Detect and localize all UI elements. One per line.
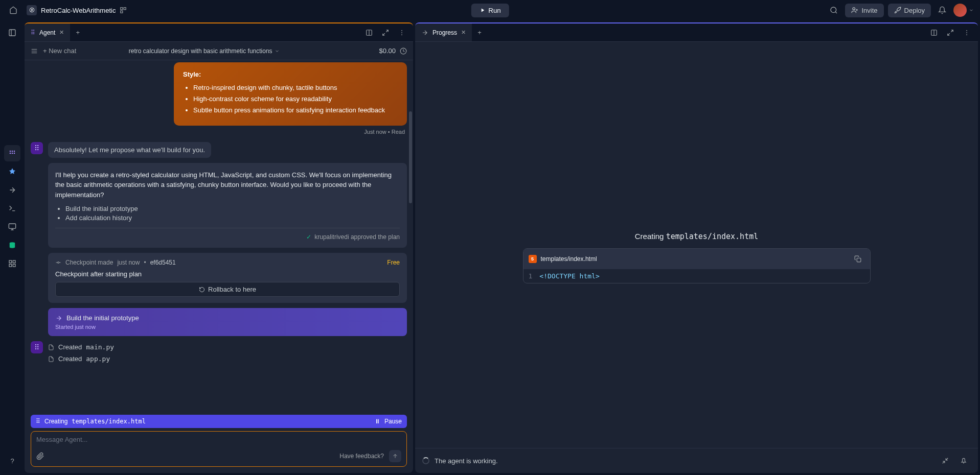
commit-icon — [55, 259, 61, 266]
user-message: Style: Retro-inspired design with chunky… — [174, 62, 407, 126]
agent-tab-icon: ⠿ — [31, 29, 35, 36]
sidebar-progress-icon[interactable] — [4, 182, 20, 198]
agent-avatar-icon: ⠿ — [31, 341, 43, 353]
task-sub-label: Started just now — [55, 324, 400, 330]
file-icon — [48, 356, 54, 362]
new-chat-button[interactable]: + New chat — [43, 47, 76, 55]
rollback-button[interactable]: Rollback to here — [55, 282, 400, 297]
play-icon — [479, 7, 485, 13]
svg-rect-1 — [124, 8, 126, 10]
message-input-area[interactable]: Message Agent... Have feedback? — [31, 431, 407, 467]
progress-footer: The agent is working. — [415, 448, 978, 473]
sidebar: ? — [0, 20, 25, 475]
chat-scroll[interactable]: Style: Retro-inspired design with chunky… — [25, 60, 413, 412]
bell-icon[interactable] — [935, 3, 949, 17]
split-icon[interactable] — [362, 26, 376, 40]
attach-icon[interactable] — [36, 452, 44, 460]
svg-point-34 — [966, 30, 967, 31]
send-button[interactable] — [389, 450, 401, 462]
agent-plan-card: I'll help you create a retro-styled calc… — [48, 163, 407, 248]
copy-icon[interactable] — [851, 252, 865, 266]
spinner-icon — [422, 457, 429, 464]
scrollbar-thumb[interactable] — [409, 111, 412, 203]
agent-avatar-icon: ⠿ — [31, 142, 43, 154]
svg-rect-2 — [121, 11, 123, 13]
tab-agent[interactable]: ⠿ Agent ✕ — [25, 23, 71, 41]
created-label: Created — [58, 355, 82, 363]
menu-icon[interactable] — [31, 48, 38, 55]
chevron-down-icon — [969, 8, 974, 13]
spinner-icon: ⠿ — [36, 418, 40, 425]
code-file-path: templates/index.html — [541, 255, 597, 263]
agent-intro: Absolutely! Let me propose what we'll bu… — [48, 142, 211, 158]
svg-point-11 — [10, 153, 11, 154]
meter-icon — [400, 48, 407, 55]
thread-title[interactable]: retro calculator design with basic arith… — [129, 48, 280, 55]
code-preview-card: 5 templates/index.html 1 <!DOCTYPE html> — [523, 248, 871, 283]
more-icon[interactable] — [960, 26, 974, 40]
message-input[interactable]: Message Agent... — [36, 436, 401, 446]
rollback-label: Rollback to here — [208, 286, 256, 293]
svg-rect-17 — [13, 260, 15, 263]
stack-icon — [120, 7, 127, 14]
arrow-up-icon — [392, 453, 398, 459]
agent-panel: ⠿ Agent ✕ + + New chat retro calculator … — [25, 22, 413, 473]
tab-progress[interactable]: Progress ✕ — [415, 23, 472, 41]
svg-point-35 — [966, 32, 967, 33]
checkpoint-hash: ef6d5451 — [150, 259, 176, 266]
task-icon — [55, 315, 62, 322]
cost-label: $0.00 — [379, 47, 396, 55]
svg-point-22 — [401, 30, 402, 31]
sidebar-agent-icon[interactable] — [4, 145, 20, 161]
sidebar-assistant-icon[interactable] — [4, 163, 20, 180]
help-icon[interactable]: ? — [4, 453, 20, 469]
minimize-icon[interactable] — [938, 454, 952, 468]
svg-point-13 — [14, 153, 15, 154]
chevron-down-icon — [275, 49, 280, 54]
line-number: 1 — [529, 272, 533, 280]
split-icon[interactable] — [927, 26, 941, 40]
run-label: Run — [488, 7, 500, 14]
checkpoint-label: Checkpoint made — [65, 259, 113, 266]
sidebar-toggle-icon[interactable] — [4, 25, 20, 41]
add-tab-button[interactable]: + — [472, 29, 487, 36]
svg-point-9 — [12, 151, 13, 152]
progress-tab-icon — [421, 29, 428, 36]
user-bullet: Retro-inspired design with chunky, tacti… — [193, 83, 398, 92]
agent-plan-text: I'll help you create a retro-styled calc… — [55, 170, 400, 200]
expand-icon[interactable] — [378, 26, 393, 40]
checkpoint-card: Checkpoint made just now • ef6d5451 Free… — [48, 253, 407, 303]
sidebar-preview-icon[interactable] — [4, 219, 20, 235]
sidebar-apps-icon[interactable] — [4, 255, 20, 272]
tab-agent-label: Agent — [39, 29, 55, 36]
rollback-icon — [199, 287, 205, 293]
svg-rect-16 — [9, 260, 12, 263]
close-icon[interactable]: ✕ — [59, 29, 64, 36]
pin-icon[interactable] — [956, 454, 971, 468]
add-tab-button[interactable]: + — [71, 29, 85, 36]
feedback-link[interactable]: Have feedback? — [339, 453, 384, 460]
svg-rect-37 — [857, 258, 861, 262]
invite-label: Invite — [861, 7, 877, 14]
search-icon[interactable] — [827, 3, 841, 17]
user-menu[interactable] — [953, 4, 974, 17]
svg-point-36 — [966, 34, 967, 35]
check-icon: ✓ — [306, 233, 311, 241]
creating-bar: ⠿ Creating templates/index.html ⏸ Pause — [31, 415, 407, 428]
sidebar-shell-icon[interactable] — [4, 200, 20, 217]
invite-button[interactable]: Invite — [845, 4, 883, 17]
run-button[interactable]: Run — [471, 4, 509, 17]
home-icon[interactable] — [6, 3, 20, 17]
project-title[interactable]: ⦿ RetroCalc-WebArithmetic — [27, 5, 127, 15]
checkpoint-time: just now — [117, 259, 140, 266]
user-plus-icon — [851, 7, 858, 14]
plan-item: Add calculation history — [65, 214, 400, 222]
svg-point-23 — [401, 32, 402, 33]
more-icon[interactable] — [395, 26, 409, 40]
close-icon[interactable]: ✕ — [461, 29, 466, 36]
deploy-button[interactable]: Deploy — [888, 4, 931, 17]
svg-rect-19 — [13, 264, 15, 267]
expand-icon[interactable] — [943, 26, 958, 40]
pause-button[interactable]: Pause — [384, 418, 402, 425]
sidebar-database-icon[interactable] — [4, 237, 20, 253]
